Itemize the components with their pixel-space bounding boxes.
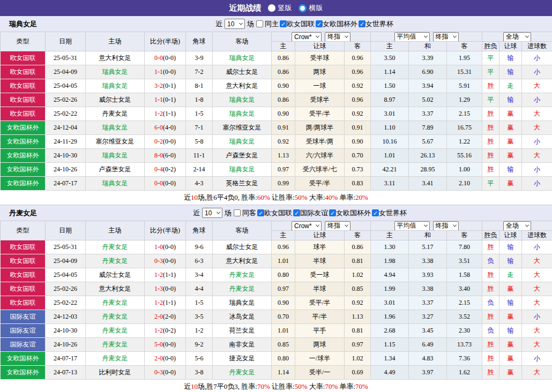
- corner-score: 7-1: [186, 121, 213, 135]
- league-checkbox[interactable]: ✓: [372, 209, 379, 216]
- league-filter[interactable]: ✓国际友谊: [293, 208, 328, 218]
- result-goals: 小: [522, 240, 552, 254]
- handicap-home-odds: 0.97: [272, 282, 295, 296]
- league-filter[interactable]: ✓女欧国杯外: [329, 208, 371, 218]
- league-filter[interactable]: ✓欧女国联: [257, 208, 292, 218]
- handicap-line: 六/六球半: [295, 149, 345, 163]
- handicap-home-odds: 0.90: [272, 296, 295, 310]
- league-filter[interactable]: ✓女欧国杯外: [316, 19, 357, 29]
- league-checkbox[interactable]: ✓: [280, 20, 287, 27]
- avg-draw-odds: 3.27: [409, 310, 447, 324]
- match-date: 25-05-31: [46, 51, 86, 65]
- chevron-down-icon: [423, 34, 427, 38]
- league-checkbox[interactable]: ✓: [329, 209, 336, 216]
- handicap-line: 受平/半: [295, 296, 345, 310]
- fulltime-select[interactable]: 全场: [503, 32, 531, 42]
- team-name: 丹麦女足: [9, 208, 37, 218]
- league-filter[interactable]: ✓女世界杯: [372, 208, 407, 218]
- league-checkbox[interactable]: ✓: [359, 20, 365, 27]
- away-team: 卢森堡女足: [213, 149, 272, 163]
- table-row: 女欧国杯外 24-07-17 丹麦女足 2-0(0-0) 5-6 捷克女足 0.…: [1, 352, 552, 366]
- fulltime-select[interactable]: 全场: [503, 221, 531, 231]
- chevron-down-icon: [345, 223, 348, 227]
- radio-vertical-icon[interactable]: [268, 4, 275, 12]
- home-team: 卢森堡女足: [86, 163, 145, 177]
- col-header: 让球: [499, 42, 522, 51]
- match-type-badge: 女欧国杯外: [1, 366, 46, 380]
- result-handicap: 输: [499, 254, 522, 268]
- handicap-home-odds: 0.70: [272, 310, 295, 324]
- same-venue-filter[interactable]: 同客: [234, 208, 256, 218]
- result-goals: 大: [522, 338, 552, 352]
- avg-away-odds: 1.58: [447, 268, 482, 282]
- avg-home-odds: 3.50: [371, 51, 409, 65]
- bookmaker-select[interactable]: Crow*: [292, 32, 322, 42]
- average-select[interactable]: 平均值: [394, 221, 430, 231]
- avg-draw-odds: 3.41: [409, 177, 447, 191]
- radio-vertical[interactable]: 竖版: [268, 3, 292, 13]
- away-team: 英格兰女足: [213, 177, 272, 191]
- result-wdl: 胜: [482, 240, 499, 254]
- chevron-down-icon: [316, 223, 319, 227]
- odds-time-select2[interactable]: 终指: [433, 32, 459, 42]
- corner-score: 1-5: [186, 296, 213, 310]
- corner-score: 5-6: [186, 352, 213, 366]
- average-select[interactable]: 平均值: [394, 32, 430, 42]
- handicap-home-odds: 0.80: [272, 352, 295, 366]
- league-checkbox[interactable]: ✓: [293, 209, 300, 216]
- result-wdl: 胜: [482, 310, 499, 324]
- handicap-home-odds: 0.90: [272, 79, 295, 93]
- team-name: 瑞典女足: [9, 19, 37, 29]
- table-row: 国际友谊 24-12-03 丹麦女足 2-0(2-0) 3-5 冰岛女足 0.7…: [1, 310, 552, 324]
- match-date: 25-02-22: [46, 107, 86, 121]
- avg-draw-odds: 3.94: [409, 79, 447, 93]
- match-type-badge: 欧女国联: [1, 268, 46, 282]
- corner-score: 3-5: [186, 310, 213, 324]
- corner-score: 7-2: [186, 65, 213, 79]
- col-header: 客: [345, 42, 371, 51]
- avg-home-odds: 4.49: [371, 366, 409, 380]
- bookmaker-select[interactable]: Crow*: [292, 221, 322, 231]
- match-type-badge: 欧女国联: [1, 240, 46, 254]
- match-count-select[interactable]: 10: [202, 208, 222, 218]
- league-filter[interactable]: ✓欧女国联: [280, 19, 315, 29]
- odds-time-select[interactable]: 终指: [325, 221, 350, 231]
- match-date: 25-02-22: [46, 296, 86, 310]
- handicap-line: 受球半: [295, 93, 345, 107]
- handicap-home-odds: 1.13: [272, 149, 295, 163]
- away-team: 意大利女足: [213, 254, 272, 268]
- league-checkbox[interactable]: ✓: [316, 20, 323, 27]
- league-checkbox[interactable]: ✓: [257, 209, 264, 216]
- avg-away-odds: 3.40: [447, 282, 482, 296]
- col-header: 类型: [1, 32, 46, 51]
- corner-score: 1-8: [186, 93, 213, 107]
- chevron-down-icon: [525, 34, 529, 38]
- chevron-down-icon: [423, 223, 427, 227]
- col-header: 角球: [186, 221, 213, 240]
- table-row: 欧女国联 25-02-22 丹麦女足 1-2(1-1) 1-5 瑞典女足 0.9…: [1, 107, 552, 121]
- away-team: 瑞典女足: [213, 296, 272, 310]
- same-venue-filter[interactable]: 同主: [256, 19, 279, 29]
- radio-horizontal[interactable]: 横版: [299, 3, 323, 13]
- col-header: 客场: [213, 32, 272, 51]
- home-team: 威尔士女足: [86, 268, 145, 282]
- result-handicap: 赢: [499, 149, 522, 163]
- odds-time-select[interactable]: 终指: [325, 32, 350, 42]
- result-wdl: 胜: [482, 107, 499, 121]
- same-venue-checkbox[interactable]: [234, 209, 241, 216]
- handicap-line: 一/球半: [295, 352, 345, 366]
- league-filter[interactable]: ✓女世界杯: [359, 19, 393, 29]
- result-goals: 大: [522, 121, 552, 135]
- avg-draw-odds: 3.93: [409, 268, 447, 282]
- chevron-down-icon: [345, 34, 348, 38]
- filter-bar: 近 10 场 同客 ✓欧女国联✓国际友谊✓女欧国杯外✓女世界杯: [193, 205, 407, 221]
- score: 1-2(1-1): [145, 296, 186, 310]
- match-count-select[interactable]: 10: [225, 19, 245, 29]
- handicap-home-odds: 0.97: [272, 163, 295, 177]
- odds-time-select2[interactable]: 终指: [433, 221, 459, 231]
- col-header: 客: [447, 42, 482, 51]
- result-handicap: 输: [499, 324, 522, 338]
- score: 0-3(0-0): [145, 366, 186, 380]
- same-venue-checkbox[interactable]: [256, 20, 263, 27]
- radio-horizontal-icon[interactable]: [299, 4, 307, 12]
